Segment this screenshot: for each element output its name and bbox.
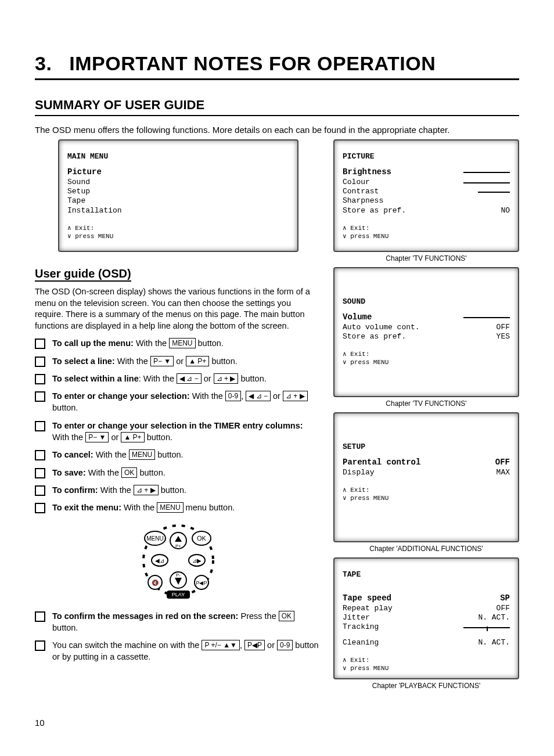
slider-icon bbox=[463, 182, 510, 187]
slider-icon bbox=[463, 627, 510, 638]
row-value: YES bbox=[497, 332, 510, 341]
screen-title: TAPE bbox=[343, 570, 510, 579]
p-minus-key: P− ▼ bbox=[150, 356, 174, 366]
list-item: To confirm the messages in red on the sc… bbox=[52, 610, 322, 634]
main-menu-screen: MAIN MENU Picture Sound Setup Tape Insta… bbox=[58, 139, 298, 252]
svg-text:P+: P+ bbox=[175, 543, 181, 549]
p-swap-key: P◀P bbox=[244, 640, 265, 650]
row-label: Sharpness bbox=[343, 196, 383, 206]
section-heading: SUMMARY OF USER GUIDE bbox=[35, 98, 519, 116]
screen-caption: Chapter 'TV FUNCTIONS' bbox=[333, 254, 519, 262]
row-value: NO bbox=[501, 206, 510, 215]
row-label: Cleaning bbox=[343, 638, 379, 647]
digits-key: 0-9 bbox=[225, 391, 241, 401]
subsection-heading: User guide (OSD) bbox=[35, 267, 131, 282]
p-plus-key: ▲ P+ bbox=[186, 356, 209, 366]
row-label: Brightness bbox=[343, 167, 391, 178]
left-key: ◀ ⊿ − bbox=[177, 373, 202, 384]
chapter-number: 3. bbox=[35, 52, 52, 74]
row-label: Tape speed bbox=[343, 593, 391, 604]
slider-icon bbox=[463, 317, 510, 323]
row-value: OFF bbox=[497, 323, 510, 332]
sound-screen: SOUND Volume Auto volume cont.OFF Store … bbox=[333, 267, 519, 397]
row-label: Tracking bbox=[343, 622, 379, 638]
page-number: 10 bbox=[35, 718, 519, 728]
list-item: To cancel: With the MENU button. bbox=[52, 449, 322, 460]
slider-icon bbox=[478, 192, 510, 196]
row-value: MAX bbox=[497, 468, 510, 477]
exit-line: ∨ press MENU bbox=[343, 495, 510, 503]
list-item: To select within a line: With the ◀ ⊿ − … bbox=[52, 373, 322, 384]
row-label: Repeat play bbox=[343, 604, 393, 613]
right-key: ⊿ + ▶ bbox=[134, 485, 159, 495]
row-value: OFF bbox=[497, 604, 510, 613]
row-label: Jitter bbox=[343, 613, 370, 622]
screen-title: SOUND bbox=[343, 297, 510, 307]
row-label: Parental control bbox=[343, 458, 420, 468]
exit-line: ∨ press MENU bbox=[343, 665, 510, 673]
ok-button-label: OK bbox=[197, 535, 207, 542]
row-label: Colour bbox=[343, 178, 370, 187]
menu-key: MENU bbox=[169, 338, 195, 348]
list-item: To exit the menu: With the MENU menu but… bbox=[52, 502, 322, 513]
row-label: Store as pref. bbox=[343, 206, 406, 215]
menu-item: Setup bbox=[67, 187, 289, 196]
body-text: The OSD (On-screen display) shows the va… bbox=[35, 286, 322, 332]
exit-line: ∧ Exit: bbox=[343, 657, 510, 665]
p-plus-key: ▲ P+ bbox=[121, 432, 144, 442]
list-item: To call up the menu: With the MENU butto… bbox=[52, 337, 322, 349]
svg-text:◀⊿: ◀⊿ bbox=[155, 557, 164, 564]
list-item: You can switch the machine on with the P… bbox=[52, 639, 322, 663]
exit-line: ∧ Exit: bbox=[67, 225, 289, 233]
p-minus-key: P− ▼ bbox=[85, 432, 109, 442]
exit-line: ∨ press MENU bbox=[343, 233, 510, 241]
intro-text: The OSD menu offers the following functi… bbox=[35, 125, 519, 135]
exit-line: ∧ Exit: bbox=[343, 351, 510, 359]
menu-item: Tape bbox=[67, 196, 289, 206]
setup-screen: SETUP Parental controlOFF DisplayMAX ∧ E… bbox=[333, 412, 519, 542]
row-value: N. ACT. bbox=[478, 638, 510, 647]
chapter-heading: 3. IMPORTANT NOTES FOR OPERATION bbox=[35, 52, 519, 80]
list-item: To confirm: With the ⊿ + ▶ button. bbox=[52, 484, 322, 496]
row-label: Contrast bbox=[343, 187, 379, 196]
right-key: ⊿ + ▶ bbox=[214, 373, 239, 384]
screen-caption: Chapter 'TV FUNCTIONS' bbox=[333, 399, 519, 408]
tape-screen: TAPE Tape speedSP Repeat playOFF JitterN… bbox=[333, 557, 519, 679]
screen-title: PICTURE bbox=[343, 152, 510, 161]
svg-text:P-: P- bbox=[176, 573, 181, 578]
ok-key: OK bbox=[121, 467, 137, 478]
menu-highlight: Picture bbox=[67, 167, 289, 178]
remote-diagram: MENU OK P+ P- ◀⊿ ⊿▶ 🔇 P◀P bbox=[35, 520, 322, 603]
exit-line: ∧ Exit: bbox=[343, 487, 510, 495]
left-key: ◀ ⊿ − bbox=[246, 391, 271, 401]
chapter-title: IMPORTANT NOTES FOR OPERATION bbox=[69, 52, 436, 74]
slider-icon bbox=[463, 172, 510, 178]
screen-caption: Chapter 'ADDITIONAL FUNCTIONS' bbox=[333, 545, 519, 553]
screen-title: SETUP bbox=[343, 442, 510, 452]
ok-key: OK bbox=[279, 611, 294, 621]
exit-line: ∨ press MENU bbox=[343, 359, 510, 367]
row-label: Store as pref. bbox=[343, 332, 406, 341]
list-item: To enter or change your selection: With … bbox=[52, 390, 322, 414]
list-item: To save: With the OK button. bbox=[52, 467, 322, 478]
row-label: Volume bbox=[343, 312, 372, 323]
menu-key: MENU bbox=[157, 502, 183, 513]
exit-line: ∨ press MENU bbox=[67, 233, 289, 241]
screen-title: MAIN MENU bbox=[67, 152, 289, 161]
exit-line: ∧ Exit: bbox=[343, 225, 510, 233]
svg-text:P◀P: P◀P bbox=[196, 580, 207, 586]
screen-caption: Chapter 'PLAYBACK FUNCTIONS' bbox=[333, 682, 519, 690]
row-label: Display bbox=[343, 468, 375, 477]
svg-text:⊿▶: ⊿▶ bbox=[192, 557, 202, 564]
menu-item: Sound bbox=[67, 178, 289, 187]
play-button-label: PLAY bbox=[172, 592, 185, 597]
menu-key: MENU bbox=[129, 449, 155, 460]
right-key: ⊿ + ▶ bbox=[283, 391, 308, 401]
digits-key: 0-9 bbox=[277, 640, 293, 650]
svg-text:🔇: 🔇 bbox=[152, 579, 159, 586]
row-value: SP bbox=[500, 593, 510, 604]
row-label: Auto volume cont. bbox=[343, 323, 420, 332]
row-value: OFF bbox=[495, 458, 510, 468]
list-item: To select a line: With the P− ▼ or ▲ P+ … bbox=[52, 355, 322, 367]
menu-item: Installation bbox=[67, 206, 289, 215]
